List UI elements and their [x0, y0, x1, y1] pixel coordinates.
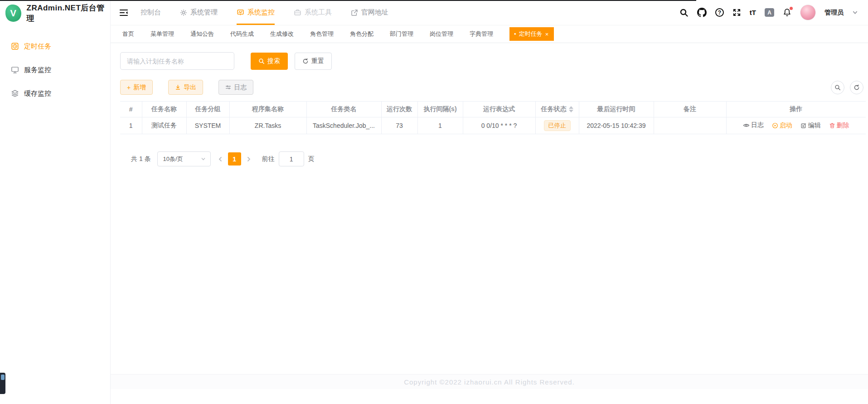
toggle-search-button[interactable]	[831, 81, 844, 94]
tab-item[interactable]: 字典管理	[470, 30, 493, 38]
content-area: 搜索 重置 + 新增	[111, 43, 868, 374]
nav-site-link[interactable]: 官网地址	[351, 0, 388, 25]
font-size-icon[interactable]: tT	[750, 9, 756, 16]
sidebar: V ZRAdmin.NET后台管理 定时任务	[0, 0, 111, 404]
logo-row[interactable]: V ZRAdmin.NET后台管理	[0, 0, 110, 26]
nav-label: 官网地址	[361, 8, 388, 17]
nav-console[interactable]: 控制台	[141, 0, 161, 25]
pagination: 共 1 条 10条/页	[131, 151, 866, 166]
active-dot-icon: ●	[514, 32, 516, 36]
col-header: 运行表达式	[463, 102, 535, 117]
cell-run-count: 73	[381, 117, 417, 134]
sidebar-item-service-monitor[interactable]: 服务监控	[0, 58, 110, 82]
avatar[interactable]	[800, 5, 816, 20]
tab-close-icon[interactable]: ×	[545, 31, 549, 37]
col-header: 任务类名	[306, 102, 381, 117]
search-row: 搜索 重置	[120, 52, 866, 70]
sidebar-item-cache-monitor[interactable]: 缓存监控	[0, 82, 110, 105]
nav-system-monitor[interactable]: 系统监控	[237, 0, 275, 25]
nav-label: 系统监控	[247, 8, 275, 17]
col-header: 最后运行时间	[579, 102, 654, 117]
page-size-select[interactable]: 10条/页	[157, 151, 211, 166]
notification-badge	[790, 7, 793, 10]
tab-item[interactable]: 通知公告	[190, 30, 214, 38]
app-title: ZRAdmin.NET后台管理	[27, 3, 105, 24]
cell-task-name: 测试任务	[142, 117, 186, 134]
search-icon[interactable]	[679, 8, 689, 17]
sidebar-item-label: 定时任务	[24, 42, 51, 51]
cell-index: 1	[120, 117, 142, 134]
next-page-button[interactable]	[246, 156, 252, 162]
log-button[interactable]: 日志	[218, 80, 253, 95]
reset-button[interactable]: 重置	[295, 53, 332, 70]
nav-system-tools[interactable]: 系统工具	[294, 0, 332, 25]
topbar: 控制台 系统管理	[111, 0, 868, 25]
tab-item[interactable]: 代码生成	[230, 30, 254, 38]
plus-icon: +	[127, 84, 131, 91]
prev-page-button[interactable]	[217, 156, 223, 162]
chevron-down-icon[interactable]	[852, 10, 858, 15]
cell-remark	[654, 117, 726, 134]
col-header: 运行次数	[381, 102, 417, 117]
nav-label: 系统工具	[305, 8, 332, 17]
col-header: 操作	[726, 102, 866, 117]
log-list-icon	[225, 84, 231, 90]
tab-item-active[interactable]: ● 定时任务 ×	[509, 27, 554, 41]
col-header: 任务分组	[186, 102, 229, 117]
tab-item[interactable]: 角色管理	[310, 30, 334, 38]
nav-label: 控制台	[141, 8, 161, 17]
refresh-icon	[302, 58, 309, 64]
col-header: 程序集名称	[229, 102, 306, 117]
cell-status: 已停止	[535, 117, 579, 134]
col-header: 备注	[654, 102, 726, 117]
action-start-link[interactable]: 启动	[772, 122, 792, 130]
col-header: 任务名称	[142, 102, 186, 117]
search-button[interactable]: 搜索	[251, 53, 288, 70]
refresh-table-button[interactable]	[850, 81, 863, 94]
tab-item[interactable]: 首页	[122, 30, 134, 38]
tab-item[interactable]: 岗位管理	[430, 30, 453, 38]
tab-item[interactable]: 部门管理	[390, 30, 413, 38]
copyright-text: Copyright ©2022 izhaorui.cn All Rights R…	[404, 378, 575, 386]
page-number-button[interactable]: 1	[228, 152, 241, 165]
search-icon	[258, 58, 265, 64]
translate-icon[interactable]: A	[765, 8, 774, 17]
tab-item[interactable]: 角色分配	[350, 30, 373, 38]
action-delete-link[interactable]: 删除	[829, 122, 849, 130]
menu-fold-icon[interactable]	[119, 8, 129, 18]
bell-icon[interactable]	[783, 8, 791, 17]
fullscreen-icon[interactable]	[732, 8, 741, 17]
cell-cron: 0 0/10 * * * ?	[463, 117, 535, 134]
sidebar-item-scheduled-tasks[interactable]: 定时任务	[0, 34, 110, 58]
help-icon[interactable]: ?	[715, 8, 724, 17]
app-logo: V	[5, 5, 21, 22]
table-row[interactable]: 1 测试任务 SYSTEM ZR.Tasks TaskScheduler.Job…	[120, 117, 866, 134]
eye-icon	[743, 122, 750, 129]
dock-widget[interactable]	[0, 373, 5, 394]
timer-icon	[11, 42, 19, 50]
goto-label: 前往	[262, 155, 275, 163]
window-top-line	[0, 0, 696, 1]
sort-carets-icon[interactable]	[569, 106, 573, 112]
github-icon[interactable]	[697, 8, 707, 17]
nav-system-admin[interactable]: 系统管理	[180, 0, 218, 25]
add-button[interactable]: + 新增	[120, 80, 153, 95]
export-button[interactable]: 导出	[168, 80, 203, 95]
tab-item[interactable]: 菜单管理	[150, 30, 174, 38]
external-link-icon	[351, 9, 358, 16]
table-header-row: # 任务名称 任务分组 程序集名称 任务类名 运行次数 执行间隔(s) 运行表达…	[120, 102, 866, 117]
toolbox-icon	[294, 9, 301, 16]
col-header: #	[120, 102, 142, 117]
user-name[interactable]: 管理员	[824, 9, 844, 17]
toolbar-row: + 新增 导出	[120, 80, 866, 95]
action-log-link[interactable]: 日志	[743, 121, 764, 129]
task-name-input[interactable]	[120, 52, 234, 70]
goto-page-input[interactable]	[279, 151, 304, 166]
download-icon	[175, 84, 181, 90]
col-header: 执行间隔(s)	[417, 102, 463, 117]
tab-label: 定时任务	[519, 30, 543, 38]
tab-item[interactable]: 生成修改	[270, 30, 294, 38]
action-edit-link[interactable]: 编辑	[800, 122, 821, 130]
col-header-sortable[interactable]: 任务状态	[535, 102, 579, 117]
trash-icon	[829, 122, 835, 129]
